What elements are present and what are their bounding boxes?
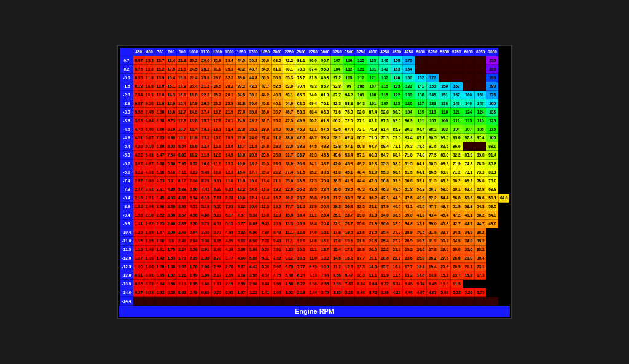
data-cell: 73.1 [463,168,474,177]
data-cell: 4.99 [224,237,235,246]
data-cell: 4.30 [133,142,144,151]
data-cell: 31.5 [295,168,307,177]
data-cell: 74.8 [415,151,426,160]
data-cell: 10.6 [200,160,211,168]
data-cell: 48.7 [248,65,259,74]
data-cell: 16.0 [235,160,247,168]
data-cell [200,297,211,306]
data-cell: 97.4 [474,134,486,142]
data-cell: 13.6 [187,117,199,125]
data-cell: 5.31 [166,177,177,185]
rpm-header: 3500 [343,48,354,56]
data-cell: 6.47 [155,151,166,160]
data-cell: 1.87 [211,280,223,288]
data-cell: 7.03 [307,271,319,280]
data-cell: 15.0 [211,134,223,142]
data-cell: 7.97 [235,211,247,220]
data-cell: 55.3 [379,168,391,177]
data-cell: 76.1 [319,99,330,108]
data-cell: 1.21 [177,271,188,280]
data-cell: 0.95 [224,288,235,297]
table-row: -2.86.879.2011.013.015.417.920.523.225.9… [120,99,509,108]
data-cell: 15.9 [295,220,307,228]
data-cell: 75.3 [379,134,391,142]
data-cell: 69.4 [307,99,319,108]
data-cell: 9.34 [415,280,426,288]
data-cell: 26.2 [427,254,439,263]
data-cell: 8.23 [187,168,199,177]
row-label: -14.4 [120,297,133,306]
data-cell: 1.48 [144,246,155,254]
data-cell: 13.2 [200,134,211,142]
data-cell: 23.5 [367,228,378,237]
data-cell: 101 [367,99,378,108]
data-cell: 18.9 [355,246,367,254]
data-cell: 7.03 [224,203,235,211]
corner-header [120,48,133,56]
data-cell [415,297,426,306]
data-cell: 63.8 [474,185,486,194]
data-cell: 3.45 [155,194,166,203]
data-cell: 19.6 [211,108,223,117]
data-cell: 35.3 [224,65,235,74]
data-cell: 12.4 [187,125,199,134]
data-cell: 15.8 [177,91,188,99]
data-cell: 49.6 [331,151,343,160]
data-cell: 91.4 [486,151,498,160]
data-cell: 1.07 [235,288,247,297]
data-cell: 13.9 [211,142,223,151]
data-cell: 7.25 [155,134,166,142]
data-cell: 92.8 [379,108,391,117]
data-cell: 18.4 [259,177,271,185]
data-cell: 62.0 [295,99,307,108]
data-cell: 85.8 [486,160,498,168]
data-cell: 12.3 [224,168,235,177]
data-cell: 35.0 [259,108,271,117]
data-cell [474,56,486,65]
data-cell: 20.6 [379,254,391,263]
data-cell: 9.43 [272,228,283,237]
rpm-header: 2750 [307,48,319,56]
data-cell: 38.6 [283,134,295,142]
data-cell: 39.1 [248,91,259,99]
data-cell: 5.15 [224,220,235,228]
data-cell: 27.0 [235,108,247,117]
data-cell [451,56,463,65]
data-cell: 0.33 [155,288,166,297]
data-cell: 85.7 [319,82,330,91]
data-cell: 31.7 [331,194,343,203]
data-cell: 109 [415,108,426,117]
data-cell: 18.2 [272,185,283,194]
data-cell: 72.1 [355,125,367,134]
data-cell: 70.1 [283,65,295,74]
data-cell: 115 [463,117,474,125]
data-cell: 31.8 [211,65,223,74]
data-cell: 63.4 [463,185,474,194]
table-row: -6.23.624.875.886.867.959.0210.611.913.5… [120,160,509,168]
data-cell: 16.7 [272,194,283,203]
data-cell: 42.0 [331,160,343,168]
data-cell: 45.4 [439,211,450,220]
data-cell: 7.63 [343,280,354,288]
data-cell: 6.40 [144,125,155,134]
row-label: -5.4 [120,142,133,151]
data-cell: 5.23 [211,211,223,220]
data-cell [403,297,415,306]
data-cell: 11.8 [187,134,199,142]
data-cell: 2.10 [144,211,155,220]
data-cell: 0.86 [200,288,211,297]
data-cell: 24.9 [235,117,247,125]
data-cell: 46.1 [272,99,283,108]
data-cell: 77.1 [355,117,367,125]
data-table: 4506007008009001000110012001300155017001… [119,47,509,306]
row-label: -6.9 [120,168,133,177]
data-cell: 64.1 [415,160,426,168]
data-cell: 96.7 [319,56,330,65]
data-cell: 118 [439,108,450,117]
data-cell: 9.48 [200,168,211,177]
data-cell: 14.6 [367,263,378,271]
data-cell: 17.3 [474,271,486,280]
data-cell: 82.0 [355,108,367,117]
table-row: -3.35.567.458.9010.612.714.917.419.621.9… [120,108,509,117]
footer-label: Engine RPM [119,306,509,317]
